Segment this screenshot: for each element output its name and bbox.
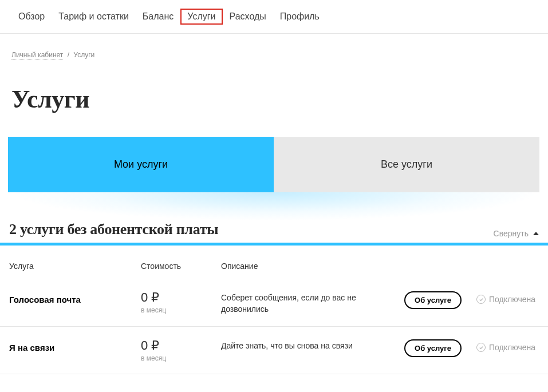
col-header-service: Услуга: [9, 262, 141, 271]
about-service-button[interactable]: Об услуге: [404, 291, 462, 309]
service-status: Подключена: [467, 338, 539, 352]
col-header-status: [467, 262, 539, 271]
collapse-label: Свернуть: [494, 229, 529, 238]
section-header: 2 услуги без абонентской платы Свернуть: [0, 221, 548, 246]
service-cost: 0 ₽ в месяц: [141, 290, 221, 314]
col-header-cost: Стоимость: [141, 262, 221, 271]
status-label: Подключена: [489, 343, 535, 352]
service-name: Я на связи: [9, 338, 141, 353]
table-header: Услуга Стоимость Описание: [0, 246, 548, 279]
col-header-action: [399, 262, 467, 271]
cost-value: 0 ₽: [141, 338, 221, 353]
service-row: Я на связи 0 ₽ в месяц Дайте знать, что …: [0, 327, 548, 374]
service-tabs: Мои услуги Все услуги: [8, 137, 539, 192]
cost-period: в месяц: [141, 354, 221, 362]
service-row: Голосовая почта 0 ₽ в месяц Соберет сооб…: [0, 279, 548, 327]
service-description: Дайте знать, что вы снова на связи: [221, 338, 399, 352]
tab-all-services[interactable]: Все услуги: [274, 137, 539, 192]
service-cost: 0 ₽ в месяц: [141, 338, 221, 362]
breadcrumb-current: Услуги: [73, 51, 94, 59]
about-service-button[interactable]: Об услуге: [404, 339, 462, 357]
nav-profile[interactable]: Профиль: [273, 9, 326, 25]
tab-my-services[interactable]: Мои услуги: [8, 137, 274, 192]
chevron-up-icon: [533, 232, 539, 235]
nav-tariff[interactable]: Тариф и остатки: [52, 9, 136, 25]
service-action: Об услуге: [399, 338, 467, 357]
breadcrumb-separator: /: [68, 51, 69, 59]
nav-expenses[interactable]: Расходы: [223, 9, 273, 25]
service-status: Подключена: [467, 290, 539, 304]
tab-glow: [8, 192, 540, 221]
status-label: Подключена: [489, 295, 535, 304]
section-title: 2 услуги без абонентской платы: [9, 221, 218, 238]
check-circle-icon: [476, 295, 486, 304]
nav-balance[interactable]: Баланс: [136, 9, 180, 25]
cost-period: в месяц: [141, 306, 221, 314]
service-action: Об услуге: [399, 290, 467, 309]
collapse-toggle[interactable]: Свернуть: [494, 229, 539, 238]
breadcrumb-home-link[interactable]: Личный кабинет: [11, 51, 63, 60]
nav-overview[interactable]: Обзор: [11, 9, 52, 25]
top-navigation: Обзор Тариф и остатки Баланс Услуги Расх…: [0, 0, 548, 34]
col-header-desc: Описание: [221, 262, 399, 271]
service-name: Голосовая почта: [9, 290, 141, 304]
check-circle-icon: [476, 343, 486, 352]
service-description: Соберет сообщения, если до вас не дозвон…: [221, 290, 399, 315]
cost-value: 0 ₽: [141, 290, 221, 305]
nav-services[interactable]: Услуги: [180, 9, 222, 25]
page-title: Услуги: [0, 65, 548, 137]
breadcrumb: Личный кабинет / Услуги: [0, 34, 548, 65]
